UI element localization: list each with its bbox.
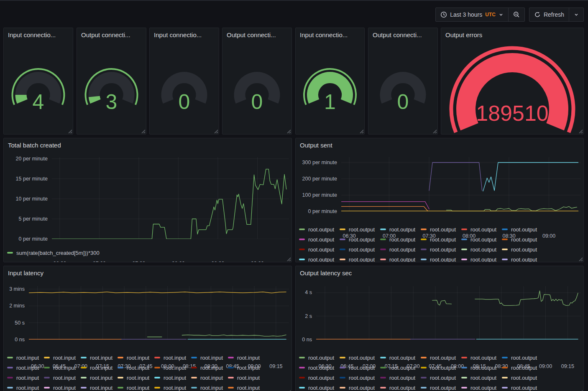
- legend-item[interactable]: root.output: [380, 254, 421, 262]
- legend-item[interactable]: root.output: [461, 363, 502, 373]
- legend-item[interactable]: root.output: [299, 244, 340, 254]
- panel-title[interactable]: Input connectio...: [154, 31, 215, 38]
- panel-resize-handle[interactable]: [578, 129, 583, 133]
- legend-item[interactable]: root.input: [118, 363, 154, 373]
- legend-item[interactable]: root.output: [421, 353, 461, 363]
- legend-item[interactable]: root.output: [340, 254, 380, 262]
- legend-item[interactable]: root.output: [461, 234, 502, 244]
- panel-title[interactable]: Input connectio...: [300, 31, 360, 38]
- panel-resize-handle[interactable]: [359, 129, 363, 133]
- legend-item[interactable]: root.output: [421, 373, 461, 383]
- legend-item[interactable]: root.output: [461, 353, 502, 363]
- legend-item[interactable]: root.output: [299, 383, 340, 391]
- legend-item[interactable]: root.input: [7, 363, 44, 373]
- legend-item[interactable]: root.input: [228, 383, 265, 391]
- legend-item[interactable]: root.output: [299, 234, 340, 244]
- legend-item[interactable]: root.output: [421, 244, 461, 254]
- legend-item[interactable]: root.output: [340, 234, 380, 244]
- panel-resize-handle[interactable]: [67, 129, 72, 133]
- legend-item[interactable]: root.input: [44, 373, 81, 383]
- panel-resize-handle[interactable]: [578, 389, 583, 391]
- panel-resize-handle[interactable]: [432, 129, 437, 133]
- legend-item[interactable]: root.input: [7, 383, 44, 391]
- legend-item[interactable]: root.input: [81, 383, 118, 391]
- legend-item[interactable]: root.output: [502, 383, 542, 391]
- panel-title[interactable]: Output errors: [445, 31, 579, 38]
- legend-item[interactable]: root.output: [461, 224, 502, 234]
- legend-item[interactable]: root.output: [299, 353, 340, 363]
- legend-item[interactable]: root.output: [502, 363, 542, 373]
- legend-item[interactable]: root.output: [502, 244, 542, 254]
- legend-item[interactable]: root.output: [421, 254, 461, 262]
- legend-item[interactable]: root.output: [299, 363, 340, 373]
- legend-item[interactable]: root.input: [228, 353, 265, 363]
- legend-item[interactable]: root.output: [299, 254, 340, 262]
- legend-item[interactable]: root.output: [502, 373, 542, 383]
- panel-title[interactable]: Output connecti...: [81, 31, 142, 38]
- legend-item[interactable]: root.output: [421, 363, 461, 373]
- legend-item[interactable]: root.output: [380, 373, 421, 383]
- panel-title[interactable]: Input connectio...: [8, 31, 69, 38]
- legend-item[interactable]: root.input: [44, 383, 81, 391]
- legend-item[interactable]: sum(rate(batch_created[5m]))*300: [7, 248, 100, 258]
- legend-item[interactable]: root.input: [191, 383, 228, 391]
- time-range-picker[interactable]: Last 3 hours UTC: [436, 8, 508, 21]
- legend-item[interactable]: root.input: [7, 373, 44, 383]
- legend-item[interactable]: root.output: [461, 373, 502, 383]
- panel-resize-handle[interactable]: [141, 129, 145, 133]
- legend-item[interactable]: root.input: [154, 373, 191, 383]
- refresh-button[interactable]: Refresh: [529, 8, 569, 21]
- panel-resize-handle[interactable]: [286, 129, 291, 133]
- legend-item[interactable]: root.output: [421, 224, 461, 234]
- legend-item[interactable]: root.input: [191, 353, 228, 363]
- legend-item[interactable]: root.input: [7, 353, 44, 363]
- legend-item[interactable]: root.output: [380, 224, 421, 234]
- legend-item[interactable]: root.output: [380, 244, 421, 254]
- panel-title[interactable]: Total batch created: [8, 142, 287, 149]
- legend-item[interactable]: root.output: [380, 353, 421, 363]
- legend-item[interactable]: root.input: [44, 363, 81, 373]
- legend-item[interactable]: root.input: [118, 383, 154, 391]
- panel-title[interactable]: Input latency: [8, 269, 287, 277]
- legend-item[interactable]: root.output: [340, 224, 380, 234]
- panel-title[interactable]: Output connecti...: [373, 31, 433, 38]
- legend-item[interactable]: root.input: [228, 373, 265, 383]
- legend-item[interactable]: root.input: [154, 353, 191, 363]
- panel-title[interactable]: Output latency sec: [300, 269, 579, 277]
- legend-item[interactable]: root.output: [340, 373, 380, 383]
- panel-resize-handle[interactable]: [286, 256, 291, 261]
- legend-item[interactable]: root.output: [380, 234, 421, 244]
- zoom-out-button[interactable]: [508, 8, 524, 21]
- panel-resize-handle[interactable]: [213, 129, 218, 133]
- refresh-interval-dropdown[interactable]: [569, 8, 583, 21]
- legend-item[interactable]: root.output: [340, 363, 380, 373]
- legend-item[interactable]: root.output: [340, 353, 380, 363]
- legend-item[interactable]: root.output: [461, 254, 502, 262]
- panel-title[interactable]: Output sent: [300, 142, 579, 149]
- legend-item[interactable]: root.input: [191, 373, 228, 383]
- legend-item[interactable]: root.input: [44, 353, 81, 363]
- legend-item[interactable]: root.output: [421, 383, 461, 391]
- legend-item[interactable]: root.input: [118, 353, 154, 363]
- legend-item[interactable]: root.output: [340, 383, 380, 391]
- legend-item[interactable]: root.output: [340, 244, 380, 254]
- legend-item[interactable]: root.output: [502, 353, 542, 363]
- legend-item[interactable]: root.output: [502, 234, 542, 244]
- legend-item[interactable]: root.output: [461, 383, 502, 391]
- legend-item[interactable]: root.output: [299, 373, 340, 383]
- legend-item[interactable]: root.output: [299, 224, 340, 234]
- legend-item[interactable]: root.input: [81, 353, 118, 363]
- legend-item[interactable]: root.output: [502, 224, 542, 234]
- legend-item[interactable]: root.input: [118, 373, 154, 383]
- panel-resize-handle[interactable]: [578, 256, 583, 261]
- legend-item[interactable]: root.output: [461, 244, 502, 254]
- legend-item[interactable]: root.input: [154, 383, 191, 391]
- legend-item[interactable]: root.input: [154, 363, 191, 373]
- panel-resize-handle[interactable]: [286, 389, 291, 391]
- legend-item[interactable]: root.output: [380, 363, 421, 373]
- legend-item[interactable]: root.output: [421, 234, 461, 244]
- legend-item[interactable]: root.input: [81, 373, 118, 383]
- legend-item[interactable]: root.output: [380, 383, 421, 391]
- legend-item[interactable]: root.output: [502, 254, 542, 262]
- legend-item[interactable]: root.input: [81, 363, 118, 373]
